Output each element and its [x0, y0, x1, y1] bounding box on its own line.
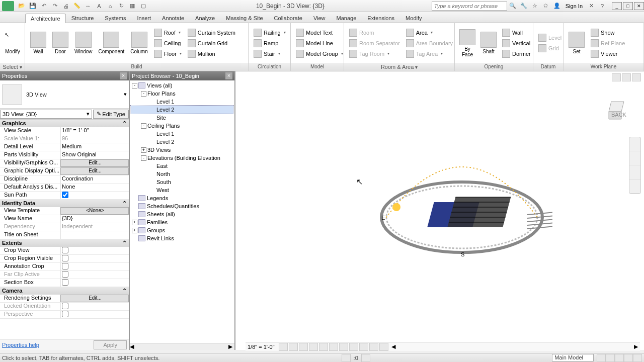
- expander-icon[interactable]: -: [141, 123, 146, 129]
- tree-node[interactable]: Level 2: [131, 106, 233, 114]
- type-selector[interactable]: 3D View: [26, 92, 120, 98]
- close-button[interactable]: ✕: [634, 2, 644, 10]
- door-button[interactable]: Door: [49, 31, 71, 55]
- signin-link[interactable]: Sign In: [566, 3, 583, 9]
- properties-close-icon[interactable]: ×: [120, 72, 127, 79]
- opening-wall-button[interactable]: Wall: [500, 28, 533, 38]
- tab-insert[interactable]: Insert: [132, 13, 157, 23]
- tab-architecture[interactable]: Architecture: [25, 14, 66, 23]
- favorite-icon[interactable]: ✩: [540, 1, 551, 11]
- expander-icon[interactable]: +: [132, 220, 137, 225]
- tab-extensions[interactable]: Extensions: [362, 13, 400, 23]
- tree-node[interactable]: Level 2: [131, 138, 233, 146]
- component-button[interactable]: Component: [96, 31, 128, 55]
- tree-node[interactable]: Site: [131, 114, 233, 122]
- align-icon[interactable]: ↔: [83, 1, 94, 11]
- curtain-system-button[interactable]: Curtain System: [186, 28, 237, 38]
- vcb-crop-icon[interactable]: [329, 343, 338, 351]
- vcb-crop-region-icon[interactable]: [339, 343, 348, 351]
- area-boundary-button[interactable]: Area Boundary: [404, 38, 455, 48]
- view-close-icon[interactable]: [632, 73, 641, 81]
- tree-node[interactable]: Schedules/Quantities: [131, 202, 233, 210]
- property-row[interactable]: Section Box: [0, 279, 129, 287]
- tree-node[interactable]: -Views (all): [131, 81, 233, 89]
- user-icon[interactable]: 👤: [551, 1, 562, 11]
- status-filter-icon[interactable]: [633, 354, 642, 362]
- ramp-button[interactable]: Ramp: [252, 38, 288, 48]
- property-row[interactable]: Parts VisibilityShow Original: [0, 151, 129, 159]
- status-select-pinned-icon[interactable]: [624, 354, 633, 362]
- vcb-visual-style-icon[interactable]: [289, 343, 298, 351]
- property-row[interactable]: Crop View: [0, 247, 129, 255]
- key-icon[interactable]: 🔧: [518, 1, 529, 11]
- sync-icon[interactable]: ↻: [116, 1, 127, 11]
- area-button[interactable]: Area▾: [404, 28, 455, 38]
- undo-icon[interactable]: ↶: [38, 1, 49, 11]
- shaft-button[interactable]: Shaft: [478, 31, 499, 55]
- maximize-button[interactable]: □: [623, 2, 633, 10]
- app-logo-icon[interactable]: [2, 1, 14, 11]
- apply-button[interactable]: Apply: [94, 340, 127, 349]
- property-row[interactable]: Rendering SettingsEdit...: [0, 295, 129, 303]
- switch-icon[interactable]: ▦: [127, 1, 138, 11]
- property-group[interactable]: Graphics⌃: [0, 120, 129, 127]
- properties-help-link[interactable]: Properties help: [2, 342, 39, 348]
- scale-display[interactable]: 1/8" = 1'-0": [248, 344, 275, 350]
- tree-node[interactable]: Legends: [131, 194, 233, 202]
- roof-button[interactable]: Roof▾: [152, 28, 184, 38]
- vcb-detail-icon[interactable]: [279, 343, 288, 351]
- measure-icon[interactable]: 📏: [71, 1, 83, 11]
- property-grid[interactable]: Graphics⌃View Scale1/8" = 1'-0"Scale Val…: [0, 120, 129, 339]
- railing-button[interactable]: Railing▾: [252, 28, 288, 38]
- property-row[interactable]: Annotation Crop: [0, 263, 129, 271]
- property-checkbox[interactable]: [62, 311, 68, 317]
- print-icon[interactable]: 🖨: [60, 1, 71, 11]
- tree-node[interactable]: East: [131, 162, 233, 170]
- tree-node[interactable]: North: [131, 170, 233, 178]
- opening-vertical-button[interactable]: Vertical: [500, 38, 533, 48]
- property-row[interactable]: Scale Value 1:96: [0, 135, 129, 143]
- search-input[interactable]: [432, 2, 507, 11]
- expander-icon[interactable]: -: [141, 91, 146, 97]
- home-icon[interactable]: ⌂: [105, 1, 116, 11]
- grid-button[interactable]: Grid: [536, 43, 564, 53]
- window-button[interactable]: Window: [71, 31, 96, 55]
- expander-icon[interactable]: -: [141, 155, 146, 161]
- tree-node[interactable]: -Elevations (Building Elevation: [131, 154, 233, 162]
- chevron-down-icon[interactable]: ▾: [124, 91, 127, 98]
- instance-combo[interactable]: 3D View: {3D}▾: [0, 110, 92, 119]
- view-max-icon[interactable]: [622, 73, 631, 81]
- text-icon[interactable]: A: [94, 1, 105, 11]
- viewcube[interactable]: BACK: [604, 97, 629, 122]
- by-face-button[interactable]: By Face: [457, 28, 478, 58]
- minimize-button[interactable]: _: [612, 2, 622, 10]
- opening-dormer-button[interactable]: Dormer: [500, 49, 533, 59]
- property-row[interactable]: View Name{3D}: [0, 215, 129, 223]
- floor-button[interactable]: Floor▾: [152, 49, 184, 59]
- tab-modify[interactable]: Modify: [400, 13, 427, 23]
- show-button[interactable]: Show: [589, 28, 627, 38]
- open-icon[interactable]: 📂: [16, 1, 27, 11]
- tree-node[interactable]: South: [131, 178, 233, 186]
- tab-view[interactable]: View: [308, 13, 331, 23]
- set-button[interactable]: Set: [566, 31, 588, 55]
- property-checkbox[interactable]: [62, 271, 68, 278]
- viewer-button[interactable]: Viewer: [589, 49, 627, 59]
- property-checkbox[interactable]: [62, 192, 68, 198]
- view-min-icon[interactable]: [612, 73, 621, 81]
- tree-node[interactable]: Level 1: [131, 98, 233, 106]
- save-icon[interactable]: 💾: [27, 1, 38, 11]
- property-row[interactable]: Detail LevelMedium: [0, 143, 129, 151]
- stair-button[interactable]: Stair▾: [252, 49, 288, 59]
- vcb-sun-icon[interactable]: [299, 343, 308, 351]
- expander-icon[interactable]: +: [141, 147, 146, 153]
- tab-structure[interactable]: Structure: [66, 13, 100, 23]
- modify-button[interactable]: ↖Modify: [2, 31, 23, 55]
- status-workset-icon[interactable]: [342, 354, 351, 362]
- property-row[interactable]: Title on Sheet: [0, 231, 129, 239]
- model-line-button[interactable]: Model Line: [294, 38, 345, 48]
- tree-node[interactable]: -Ceiling Plans: [131, 122, 233, 130]
- property-row[interactable]: Sun Path: [0, 192, 129, 200]
- workset-combo[interactable]: Main Model: [552, 354, 594, 361]
- vcb-temp-hide-icon[interactable]: [359, 343, 368, 351]
